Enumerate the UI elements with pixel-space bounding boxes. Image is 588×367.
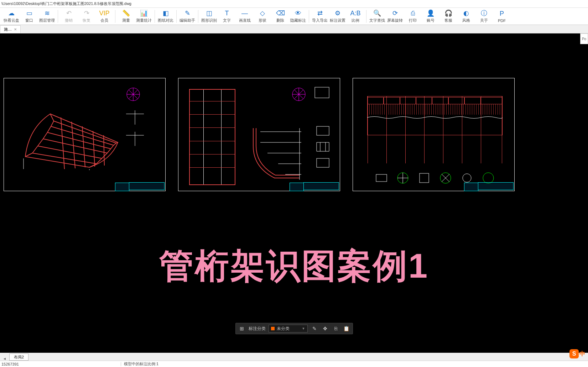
- rotate-icon: ⟳: [391, 9, 399, 17]
- section-details: [313, 125, 334, 174]
- support-button[interactable]: 🎧客服: [440, 9, 457, 24]
- about-button[interactable]: ⓘ关于: [475, 9, 493, 24]
- drawing-sheet-1: [4, 78, 166, 191]
- toolbar-separator: [58, 10, 58, 23]
- text-button[interactable]: T文字: [218, 9, 235, 24]
- vip-button[interactable]: VIP会员: [96, 9, 113, 24]
- side-panel-collapsed[interactable]: Po: [580, 33, 588, 44]
- style-icon: ◐: [462, 9, 470, 17]
- document-tab[interactable]: 施… ✕: [0, 25, 21, 33]
- close-icon[interactable]: ✕: [14, 27, 17, 31]
- toolbar-label: 文字查找: [369, 18, 385, 23]
- toolbar-label: 测量: [122, 18, 130, 23]
- layers-icon: ≋: [43, 9, 51, 17]
- shape-recog-icon: ◫: [205, 9, 213, 17]
- compare-button[interactable]: ◧图纸对比: [157, 9, 174, 24]
- grid-icon[interactable]: ⊞: [238, 325, 246, 332]
- window-button[interactable]: ▭窗口: [21, 9, 38, 24]
- layers-button[interactable]: ≋图层管理: [38, 9, 56, 24]
- toolbar-separator: [309, 10, 309, 23]
- toolbar-separator: [198, 10, 198, 23]
- line-button[interactable]: —画直线: [236, 9, 253, 24]
- about-icon: ⓘ: [480, 9, 488, 17]
- tab-nav-prev[interactable]: ◄: [0, 357, 9, 361]
- ime-lang: 中: [579, 350, 585, 358]
- shape-icon: ◇: [259, 9, 266, 17]
- import-export-button[interactable]: ⇄导入导出: [311, 9, 328, 24]
- toolbar-label: 快看云盘: [4, 18, 19, 23]
- scale-icon: A:B: [352, 9, 359, 17]
- status-bar: 15267391 模型中的标注比例:1: [0, 361, 588, 367]
- annotation-toolbar: ⊞ 标注分类 未分类 ▼ ✎ ✥ ⎘ 📋: [235, 323, 353, 334]
- overlay-title: 管桁架识图案例1: [0, 243, 588, 290]
- delete-button[interactable]: ⌫删除: [272, 9, 289, 24]
- title-block: [129, 182, 165, 190]
- account-button[interactable]: 👤账号: [422, 9, 439, 24]
- category-label: 标注分类: [249, 326, 266, 332]
- toolbar-label: 会员: [100, 18, 108, 23]
- toolbar-label: 画直线: [239, 18, 251, 23]
- measure-stats-button[interactable]: 📊测量统计: [135, 9, 152, 24]
- toolbar-label: 删除: [276, 18, 284, 23]
- drawing-canvas[interactable]: 管桁架识图案例1 ⊞ 标注分类 未分类 ▼ ✎ ✥ ⎘ 📋: [0, 33, 588, 353]
- toolbar-label: PDF: [498, 19, 506, 23]
- style-button[interactable]: ◐风格: [458, 9, 475, 24]
- shape-recog-button[interactable]: ◫图形识别: [201, 9, 218, 24]
- toolbar-label: 账号: [427, 18, 435, 23]
- edit-icon[interactable]: ✎: [311, 325, 318, 332]
- move-icon[interactable]: ✥: [321, 325, 329, 332]
- toolbar-label: 标注设置: [330, 18, 345, 23]
- title-bar: \Users\10092\Desktop\铁门二中桁架罩板施工图2021.8.5…: [0, 0, 588, 8]
- toolbar-label: 风格: [462, 18, 470, 23]
- svg-rect-3: [317, 126, 329, 135]
- drawing-sheet-2: [178, 78, 340, 191]
- status-scale: 模型中的标注比例:1: [121, 361, 158, 367]
- dim-settings-button[interactable]: ⚙标注设置: [329, 9, 346, 24]
- pdf-icon: P: [498, 10, 506, 18]
- copy-icon[interactable]: ⎘: [332, 325, 340, 332]
- ime-indicator[interactable]: S 中: [569, 349, 585, 358]
- chevron-down-icon: ▼: [302, 327, 305, 330]
- import-export-icon: ⇄: [316, 9, 324, 17]
- undo-button[interactable]: ↶撤销: [60, 9, 77, 24]
- toolbar-separator: [155, 10, 155, 23]
- cloud-icon: ☁: [7, 9, 15, 17]
- paste-icon[interactable]: 📋: [343, 325, 350, 332]
- measure-icon: 📏: [122, 9, 130, 17]
- redo-button[interactable]: ↷恢复: [78, 9, 95, 24]
- drawing-sheet-3: [353, 78, 515, 191]
- file-path: \Users\10092\Desktop\铁门二中桁架罩板施工图2021.8.5…: [1, 1, 131, 6]
- category-select[interactable]: 未分类 ▼: [269, 325, 308, 332]
- isometric-truss-drawing: [18, 100, 125, 171]
- toolbar-label: 比例: [352, 18, 359, 23]
- tab-label: 施…: [4, 27, 12, 32]
- toolbar-label: 测量统计: [136, 18, 152, 23]
- measure-button[interactable]: 📏测量: [118, 9, 135, 24]
- shape-button[interactable]: ◇形状: [254, 9, 271, 24]
- plan-view: [189, 89, 235, 185]
- category-value: 未分类: [277, 326, 290, 332]
- pdf-button[interactable]: PPDF: [493, 9, 510, 24]
- edit-assist-button[interactable]: ✎编辑助手: [179, 9, 196, 24]
- toolbar-label: 导入导出: [312, 18, 328, 23]
- hide-dim-button[interactable]: 👁隐藏标注: [290, 9, 307, 24]
- svg-rect-5: [376, 174, 387, 182]
- print-button[interactable]: ⎙打印: [404, 9, 421, 24]
- toolbar-label: 撤销: [65, 18, 73, 23]
- toolbar-label: 文字: [223, 18, 231, 23]
- scale-button[interactable]: A:B比例: [347, 9, 364, 24]
- layout-tab-bar: ◄ 布局2: [0, 353, 588, 361]
- toolbar-separator: [115, 10, 115, 23]
- main-toolbar: ☁快看云盘▭窗口≋图层管理↶撤销↷恢复VIP会员📏测量📊测量统计◧图纸对比✎编辑…: [0, 8, 588, 25]
- layout-tab[interactable]: 布局2: [9, 353, 28, 361]
- rotate-button[interactable]: ⟳屏幕旋转: [386, 9, 404, 24]
- account-icon: 👤: [427, 9, 435, 17]
- toolbar-label: 形状: [259, 18, 266, 23]
- cloud-button[interactable]: ☁快看云盘: [3, 9, 20, 24]
- detail-drawings-1: [123, 85, 158, 150]
- text-search-button[interactable]: 🔍文字查找: [369, 9, 386, 24]
- print-icon: ⎙: [409, 9, 417, 17]
- undo-icon: ↶: [65, 9, 73, 17]
- toolbar-label: 图形识别: [201, 18, 217, 23]
- status-left: 15267391: [0, 362, 121, 366]
